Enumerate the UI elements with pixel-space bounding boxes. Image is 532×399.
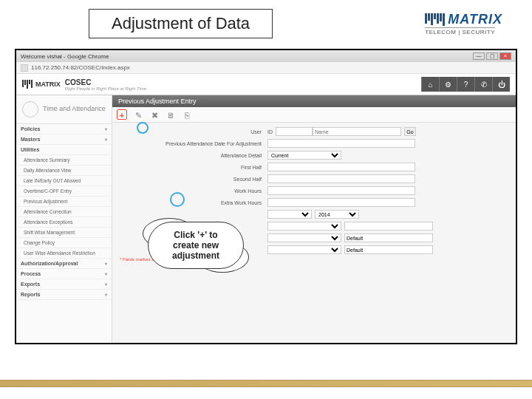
- nav-masters[interactable]: Masters▾: [16, 134, 112, 145]
- logo-subtitle: TELECOM | SECURITY: [425, 27, 495, 35]
- user-id-label: ID: [267, 129, 273, 134]
- prev-date-label: Previous Attendance Date For Adjustment: [120, 141, 267, 146]
- slide-header: Adjustment of Data MATRIX TELECOM | SECU…: [0, 0, 532, 44]
- page-icon: [21, 64, 28, 72]
- nav-utilities[interactable]: Utilities: [16, 145, 112, 155]
- highlight-circle-plus: [137, 122, 149, 134]
- work-hours-input[interactable]: [267, 186, 415, 195]
- opt2-value[interactable]: [344, 233, 433, 242]
- nav-prev-adjustment[interactable]: Previous Adjustment: [16, 197, 112, 207]
- home-icon[interactable]: ⌂: [421, 77, 439, 92]
- app-brand: MATRIX: [35, 81, 61, 88]
- nav-att-summary[interactable]: Attendance Summary: [16, 155, 112, 166]
- nav-auth[interactable]: Authorization/Approval▾: [16, 259, 112, 269]
- month-select[interactable]: [267, 210, 312, 219]
- save-button[interactable]: 🗎: [166, 109, 176, 120]
- extra-work-input[interactable]: [267, 198, 415, 207]
- app-header: MATRIX COSEC Right People in Right Place…: [16, 74, 516, 95]
- phone-icon[interactable]: ✆: [474, 77, 492, 92]
- app-tagline: Right People in Right Place at Right Tim…: [65, 86, 146, 91]
- gear-icon[interactable]: ⚙: [439, 77, 457, 92]
- chevron-down-icon: ▾: [105, 282, 107, 287]
- sidebar: Time and Attendance Policies▾ Masters▾ U…: [16, 95, 112, 344]
- app-product: COSEC: [65, 78, 146, 86]
- minimize-button[interactable]: —: [473, 52, 485, 60]
- nav-daily-view[interactable]: Daily Attendance View: [16, 166, 112, 176]
- nav-user-restriction[interactable]: User Wise Attendance Restriction: [16, 248, 112, 259]
- first-half-label: First Half: [120, 165, 267, 170]
- maximize-button[interactable]: ▢: [486, 52, 498, 60]
- extra-work-label: Extra Work Hours: [120, 200, 267, 205]
- browser-titlebar: Welcome vishal - Google Chrome — ▢ ×: [16, 50, 516, 62]
- slide-title: Adjustment of Data: [89, 9, 273, 38]
- url-text: 116.72.250.74:82/COSEC/Index.aspx: [31, 64, 130, 71]
- browser-window: Welcome vishal - Google Chrome — ▢ × 116…: [15, 49, 517, 344]
- nav-late-early[interactable]: Late IN/Early OUT Allowed: [16, 176, 112, 186]
- callout-line1: Click '+' to: [174, 230, 217, 240]
- module-label: Time and Attendance: [43, 106, 106, 113]
- browser-title: Welcome vishal - Google Chrome: [21, 53, 109, 60]
- year-select[interactable]: 2014: [315, 210, 359, 219]
- chevron-down-icon: ▾: [105, 137, 107, 142]
- callout-line2: create new: [173, 240, 219, 250]
- chevron-down-icon: ▾: [105, 271, 107, 276]
- logo-brand: MATRIX: [448, 12, 502, 27]
- edit-button[interactable]: ✎: [133, 109, 143, 120]
- prev-date-input[interactable]: [267, 139, 415, 148]
- nav-overtime[interactable]: Overtime/C-OFF Entry: [16, 186, 112, 197]
- power-icon[interactable]: ⏻: [492, 77, 510, 92]
- nav-exports[interactable]: Exports▾: [16, 279, 112, 290]
- callout-bubble: Click '+' to create new adjustment: [148, 222, 244, 269]
- chevron-down-icon: ▾: [105, 292, 107, 297]
- opt3-select[interactable]: [267, 245, 341, 254]
- delete-button[interactable]: ✖: [149, 109, 160, 120]
- address-bar[interactable]: 116.72.250.74:82/COSEC/Index.aspx: [16, 62, 516, 74]
- user-name-input[interactable]: [313, 127, 401, 136]
- work-hours-label: Work Hours: [120, 188, 267, 194]
- att-detail-select[interactable]: Current: [267, 151, 341, 160]
- chevron-down-icon: ▾: [105, 126, 107, 132]
- nav-att-exceptions[interactable]: Attendance Exceptions: [16, 217, 112, 228]
- module-time-attendance[interactable]: Time and Attendance: [16, 95, 112, 124]
- nav-process[interactable]: Process▾: [16, 269, 112, 279]
- toolbar: + ✎ ✖ 🗎 ⎘: [112, 107, 516, 123]
- nav-reports[interactable]: Reports▾: [16, 290, 112, 300]
- add-button[interactable]: +: [117, 109, 127, 120]
- chevron-down-icon: ▾: [105, 261, 107, 266]
- copy-button[interactable]: ⎘: [182, 109, 192, 120]
- nav-att-correction[interactable]: Attendance Correction: [16, 207, 112, 217]
- opt2-select[interactable]: [267, 233, 341, 242]
- close-button[interactable]: ×: [499, 52, 511, 60]
- first-half-input[interactable]: [267, 163, 415, 171]
- matrix-logo: MATRIX TELECOM | SECURITY: [425, 12, 502, 35]
- slide-footer-bar: [0, 380, 532, 387]
- opt3-value[interactable]: [344, 245, 433, 254]
- callout-line3: adjustment: [172, 250, 219, 261]
- go-button[interactable]: Go: [404, 127, 416, 136]
- nav-change-policy[interactable]: Change Policy: [16, 238, 112, 248]
- user-id-input[interactable]: [276, 127, 313, 136]
- nav-policies[interactable]: Policies▾: [16, 124, 112, 134]
- opt1-input[interactable]: [344, 222, 433, 231]
- second-half-label: Second Half: [120, 177, 267, 182]
- second-half-input[interactable]: [267, 174, 415, 183]
- clock-icon: [22, 101, 38, 117]
- content-title: Previous Adjustment Entry: [112, 95, 516, 107]
- nav-shift-mgmt[interactable]: Shift Wise Management: [16, 228, 112, 238]
- help-icon[interactable]: ?: [457, 77, 474, 92]
- highlight-circle-secondary: [170, 192, 185, 207]
- opt1-select[interactable]: [267, 222, 341, 231]
- att-detail-label: Attendance Detail: [120, 153, 267, 158]
